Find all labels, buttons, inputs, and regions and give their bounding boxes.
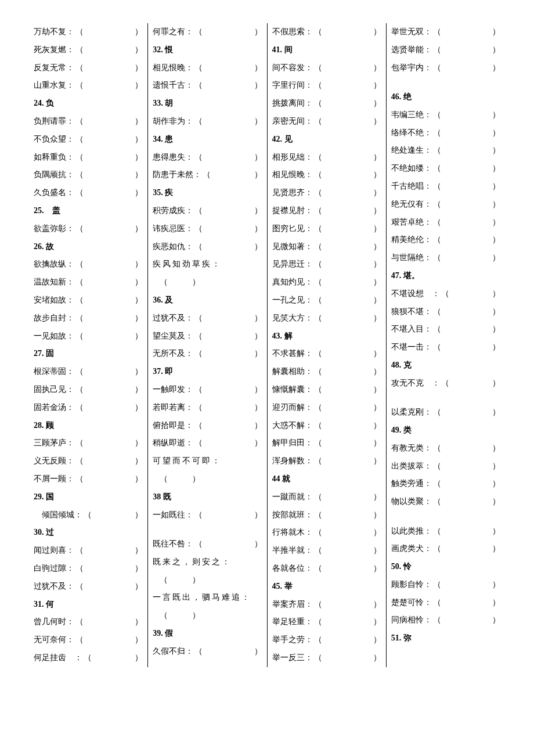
paren-close: ） [123,578,143,596]
paren-open: （ [433,196,441,214]
paren-open: （ [314,524,322,542]
idiom-text: 顾影自怜： [391,576,432,594]
idiom-multi-line: 既来之，则安之： [153,553,262,571]
section-heading: 46. 绝 [391,88,500,106]
idiom-entry: 久假不归：（） [153,643,262,661]
paren-open: （ [75,434,84,452]
idiom-entry: 何足挂齿 ：（） [34,649,143,667]
idiom-text: 久假不归： [153,643,193,661]
idiom-text: 山重水复： [34,77,74,95]
column-2: 何罪之有：（）32. 恨相见恨晚：（）遗恨千古：（）33. 胡胡作非为：（）34… [148,23,267,667]
idiom-text: 包举宇内： [391,59,432,77]
idiom-entry: 义无反顾：（） [34,452,143,470]
paren-close: ） [243,506,262,524]
idiom-entry: 无可奈何：（） [34,631,143,649]
idiom-entry: 温故知新：（） [34,273,143,291]
blank-line [391,511,500,523]
paren-close: ） [481,523,500,541]
idiom-entry: 见笑大方：（） [272,309,381,327]
paren-close: ） [362,273,381,291]
idiom-text: 积劳成疾： [153,202,193,220]
idiom-text: 无可奈何： [34,631,74,649]
paren-open: （ [433,594,441,612]
idiom-entry: 何罪之有：（） [153,23,262,41]
idiom-entry: 以此类推：（） [391,523,500,541]
idiom-entry: 举案齐眉：（） [272,596,381,614]
paren-open: （ [314,291,322,309]
idiom-entry: 行将就木：（） [272,524,381,542]
idiom-text: 络绎不绝： [391,124,432,142]
paren-open: （ [314,220,322,238]
paren-open: （ [441,285,449,303]
section-heading: 33. 胡 [153,95,262,113]
paren-open: （ [75,113,84,131]
idiom-entry: 欲盖弥彰：（） [34,220,143,238]
paren-close: ） [362,434,381,452]
paren-open: （ [194,399,203,417]
paren-open: （ [314,488,322,506]
paren-line: （ ） [153,273,262,291]
paren-open: （ [314,631,322,649]
idiom-text: 温故知新： [34,273,74,291]
paren-open: （ [75,381,84,399]
idiom-text: 见异思迁： [272,255,313,273]
idiom-entry: 固若金汤：（） [34,399,143,417]
paren-close: ） [481,458,500,476]
idiom-entry: 迎刃而解：（） [272,399,381,417]
idiom-text: 不堪入目： [391,321,432,339]
idiom-text: 一孔之见： [272,291,313,309]
paren-line: （ ） [153,607,262,625]
idiom-text: 一见如故： [34,327,74,345]
idiom-text: 半推半就： [272,542,313,560]
idiom-entry: 不堪入目：（） [391,321,500,339]
section-heading: 36. 及 [153,291,262,309]
idiom-text: 精美绝伦： [391,231,432,249]
paren-open: （ [194,238,203,256]
paren-close: ） [243,59,262,77]
idiom-entry: 不堪设想 ：（） [391,285,500,303]
idiom-text: 见微知著： [272,238,313,256]
paren-open: （ [314,59,322,77]
paren-close: ） [123,166,143,184]
paren-open: （ [433,576,441,594]
idiom-entry: 胡作非为：（） [153,113,262,131]
idiom-entry: 绝处逢生：（） [391,142,500,160]
idiom-entry: 有教无类：（） [391,440,500,458]
paren-close: ） [243,399,262,417]
paren-open: （ [433,493,441,511]
paren-close: ） [243,327,262,345]
paren-open: （ [314,649,322,667]
idiom-text: 稍纵即逝： [153,434,193,452]
idiom-entry: 千古绝唱：（） [391,178,500,196]
idiom-text: 故步自封： [34,309,74,327]
paren-open: （ [441,375,449,393]
idiom-entry: 解囊相助：（） [272,363,381,381]
blank-line [391,393,500,404]
paren-open: （ [75,77,84,95]
idiom-entry: 倾国倾城：（） [34,506,143,524]
idiom-entry: 大惑不解：（） [272,417,381,435]
idiom-entry: 包举宇内：（） [391,59,500,77]
idiom-entry: 一见如故：（） [34,327,143,345]
idiom-entry: 过犹不及：（） [153,309,262,327]
paren-open: （ [75,578,84,596]
paren-close: ） [243,23,262,41]
idiom-text: 与世隔绝： [391,249,432,267]
paren-open: （ [75,399,84,417]
idiom-entry: 按部就班：（） [272,506,381,524]
section-heading: 49. 类 [391,422,500,440]
paren-open: （ [433,231,441,249]
idiom-text: 欲盖弥彰： [34,220,74,238]
idiom-text: 反复无常： [34,59,74,77]
paren-close: ） [362,596,381,614]
paren-open: （ [75,363,84,381]
idiom-entry: 触类旁通：（） [391,475,500,493]
idiom-text: 何足挂齿 ： [34,649,82,667]
paren-close: ） [362,649,381,667]
paren-open: （ [75,59,84,77]
paren-close: ） [123,542,143,560]
idiom-multi-line: 一言既出，驷马难追： [153,589,262,607]
paren-open: （ [314,363,322,381]
idiom-entry: 不负众望：（） [34,131,143,149]
idiom-entry: 根深蒂固：（） [34,363,143,381]
